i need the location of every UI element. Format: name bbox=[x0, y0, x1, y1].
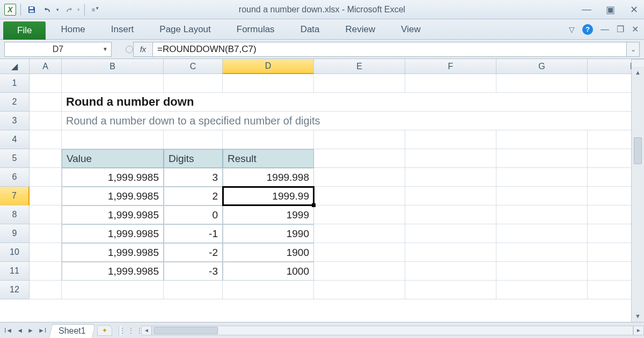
tab-view[interactable]: View bbox=[388, 19, 434, 39]
cell[interactable] bbox=[30, 243, 62, 262]
hscroll-track[interactable] bbox=[152, 326, 633, 335]
cell[interactable] bbox=[314, 243, 405, 262]
cell[interactable] bbox=[164, 74, 223, 93]
tab-data[interactable]: Data bbox=[288, 19, 333, 39]
col-header-A[interactable]: A bbox=[30, 59, 62, 74]
horizontal-scrollbar[interactable]: ⋮⋮⋮ ◄ ► bbox=[119, 322, 644, 338]
col-header-F[interactable]: F bbox=[405, 59, 496, 74]
table-cell[interactable]: 0 bbox=[164, 205, 223, 224]
cell[interactable] bbox=[30, 205, 62, 224]
tab-insert[interactable]: Insert bbox=[98, 19, 147, 39]
last-sheet-icon[interactable]: ►I bbox=[37, 327, 47, 334]
col-header-H[interactable]: H bbox=[588, 59, 631, 74]
table-cell[interactable]: 1999 bbox=[223, 205, 314, 224]
cell[interactable] bbox=[496, 205, 588, 224]
cell[interactable] bbox=[314, 74, 405, 93]
cell[interactable] bbox=[405, 262, 496, 281]
row-header-11[interactable]: 11 bbox=[0, 262, 30, 281]
undo-dropdown-icon[interactable]: ▾ bbox=[56, 7, 59, 12]
cell[interactable] bbox=[405, 149, 496, 168]
save-icon[interactable] bbox=[25, 3, 38, 16]
row-header-1[interactable]: 1 bbox=[0, 74, 30, 93]
customize-qat-icon[interactable]: ≡▼ bbox=[89, 3, 102, 16]
expand-formula-bar-icon[interactable]: ⌄ bbox=[627, 42, 640, 57]
table-cell[interactable]: 3 bbox=[164, 168, 223, 187]
split-handle-icon[interactable] bbox=[632, 59, 644, 67]
scroll-thumb[interactable] bbox=[634, 137, 642, 164]
cell[interactable] bbox=[314, 224, 405, 243]
table-cell[interactable]: 2 bbox=[164, 187, 223, 205]
redo-dropdown-icon[interactable]: ▾ bbox=[77, 7, 80, 12]
cell[interactable] bbox=[314, 262, 405, 281]
tab-review[interactable]: Review bbox=[333, 19, 389, 39]
cell[interactable] bbox=[314, 187, 405, 205]
cell[interactable] bbox=[588, 74, 631, 93]
col-header-C[interactable]: C bbox=[164, 59, 223, 74]
cell[interactable] bbox=[588, 168, 631, 187]
cell[interactable] bbox=[496, 262, 588, 281]
minimize-button[interactable]: ― bbox=[581, 4, 592, 15]
cell[interactable] bbox=[223, 74, 314, 93]
cell[interactable] bbox=[405, 187, 496, 205]
name-box-dropdown-icon[interactable]: ▼ bbox=[103, 46, 108, 52]
cell[interactable] bbox=[496, 168, 588, 187]
workbook-minimize-icon[interactable]: ― bbox=[601, 25, 609, 34]
next-sheet-icon[interactable]: ► bbox=[26, 327, 35, 334]
cell[interactable] bbox=[164, 281, 223, 299]
cell[interactable] bbox=[30, 281, 62, 299]
cell[interactable] bbox=[405, 281, 496, 299]
cell[interactable] bbox=[223, 281, 314, 299]
scroll-left-icon[interactable]: ◄ bbox=[141, 326, 152, 335]
table-cell[interactable]: 1,999.9985 bbox=[62, 187, 164, 205]
scroll-track[interactable] bbox=[632, 78, 644, 310]
cell[interactable] bbox=[496, 187, 588, 205]
table-cell[interactable]: -2 bbox=[164, 243, 223, 262]
cell[interactable] bbox=[62, 130, 164, 149]
row-header-8[interactable]: 8 bbox=[0, 205, 30, 224]
cell[interactable] bbox=[164, 130, 223, 149]
cell[interactable] bbox=[496, 224, 588, 243]
row-header-10[interactable]: 10 bbox=[0, 243, 30, 262]
undo-icon[interactable] bbox=[41, 3, 54, 16]
cell[interactable] bbox=[405, 243, 496, 262]
cell[interactable] bbox=[314, 168, 405, 187]
scroll-right-icon[interactable]: ► bbox=[633, 326, 644, 335]
prev-sheet-icon[interactable]: ◄ bbox=[16, 327, 24, 334]
cell[interactable] bbox=[223, 130, 314, 149]
col-header-D[interactable]: D bbox=[223, 59, 314, 74]
table-cell[interactable]: 1990 bbox=[223, 224, 314, 243]
cell[interactable] bbox=[496, 74, 588, 93]
tab-formulas[interactable]: Formulas bbox=[224, 19, 288, 39]
table-cell[interactable]: 1,999.9985 bbox=[62, 262, 164, 281]
table-header-result[interactable]: Result bbox=[223, 149, 314, 168]
table-cell[interactable]: 1999.998 bbox=[223, 168, 314, 187]
fx-icon[interactable]: fx bbox=[133, 42, 152, 57]
cell[interactable] bbox=[496, 149, 588, 168]
cell[interactable] bbox=[405, 168, 496, 187]
cell[interactable] bbox=[62, 74, 164, 93]
tab-home[interactable]: Home bbox=[48, 19, 98, 39]
help-icon[interactable]: ? bbox=[582, 24, 593, 35]
cell[interactable] bbox=[588, 281, 631, 299]
row-header-3[interactable]: 3 bbox=[0, 112, 30, 130]
cell[interactable] bbox=[30, 130, 62, 149]
close-button[interactable]: ✕ bbox=[628, 4, 640, 16]
workbook-restore-icon[interactable]: ❐ bbox=[617, 24, 624, 34]
name-box[interactable]: D7 ▼ bbox=[4, 42, 112, 57]
cell[interactable] bbox=[30, 224, 62, 243]
sheet-subtitle[interactable]: Round a number down to a specified numbe… bbox=[62, 112, 631, 130]
maximize-button[interactable]: ▣ bbox=[604, 4, 616, 16]
col-header-E[interactable]: E bbox=[314, 59, 405, 74]
cell[interactable] bbox=[30, 112, 62, 130]
cell[interactable] bbox=[405, 130, 496, 149]
table-header-digits[interactable]: Digits bbox=[164, 149, 223, 168]
file-tab[interactable]: File bbox=[3, 21, 46, 40]
ribbon-minimize-icon[interactable]: ▽ bbox=[569, 25, 575, 34]
cell[interactable] bbox=[30, 262, 62, 281]
scroll-down-icon[interactable]: ▼ bbox=[632, 310, 644, 322]
cell[interactable] bbox=[314, 205, 405, 224]
col-header-G[interactable]: G bbox=[496, 59, 588, 74]
scroll-up-icon[interactable]: ▲ bbox=[632, 67, 644, 78]
row-header-7[interactable]: 7 bbox=[0, 187, 30, 205]
cell[interactable] bbox=[314, 281, 405, 299]
